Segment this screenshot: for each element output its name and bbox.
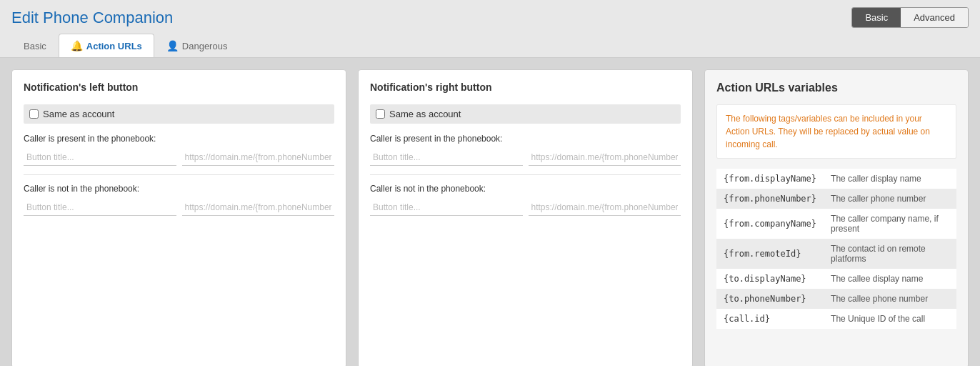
right-phonebook-absent-label: Caller is not in the phonebook: [370, 184, 681, 194]
page-title: Edit Phone Companion [11, 9, 173, 27]
variable-row: {to.phoneNumber} The callee phone number [716, 289, 956, 309]
right-same-as-account-checkbox[interactable] [376, 109, 385, 119]
variable-desc: The callee display name [824, 269, 956, 289]
variable-row: {from.remoteId} The contact id on remote… [716, 239, 956, 269]
variable-desc: The callee phone number [824, 289, 956, 309]
variable-desc: The Unique ID of the call [824, 309, 956, 329]
variable-row: {call.id} The Unique ID of the call [716, 309, 956, 329]
tab-dangerous[interactable]: 👤 Dangerous [154, 34, 240, 57]
variables-table: {from.displayName} The caller display na… [716, 169, 956, 329]
bell-icon: 🔔 [71, 40, 83, 51]
variable-key: {from.phoneNumber} [716, 189, 824, 209]
right-present-button-title[interactable] [370, 149, 523, 166]
variable-row: {from.companyName} The caller company na… [716, 209, 956, 239]
left-phonebook-absent-label: Caller is not in the phonebook: [24, 184, 334, 194]
variable-desc: The caller display name [824, 169, 956, 189]
left-present-button-title[interactable] [24, 149, 176, 166]
variable-key: {to.phoneNumber} [716, 289, 824, 309]
left-same-as-account-checkbox[interactable] [29, 109, 39, 119]
tab-action-urls[interactable]: 🔔 Action URLs [59, 34, 154, 57]
right-present-inputs [370, 149, 681, 166]
tab-dangerous-label: Dangerous [182, 41, 228, 51]
variable-row: {from.displayName} The caller display na… [716, 169, 956, 189]
notification-panels: Notification's left button Same as accou… [11, 69, 693, 366]
left-absent-inputs [24, 199, 334, 216]
right-absent-url[interactable] [529, 199, 681, 216]
variable-key: {to.displayName} [716, 269, 824, 289]
dangerous-icon: 👤 [166, 40, 179, 51]
tab-bar: Basic 🔔 Action URLs 👤 Dangerous [11, 34, 969, 57]
variable-row: {from.phoneNumber} The caller phone numb… [716, 189, 956, 209]
variable-key: {from.remoteId} [716, 239, 824, 269]
right-panel-title: Notification's right button [370, 81, 681, 93]
right-same-as-account-row: Same as account [370, 104, 681, 124]
tab-action-urls-label: Action URLs [86, 41, 142, 51]
tab-basic[interactable]: Basic [11, 34, 59, 57]
header: Edit Phone Companion Basic Advanced Basi… [0, 0, 980, 58]
left-same-as-account-row: Same as account [24, 104, 334, 124]
right-divider [370, 174, 681, 175]
variable-desc: The contact id on remote platforms [824, 239, 956, 269]
variables-info: The following tags/variables can be incl… [716, 104, 956, 159]
header-top: Edit Phone Companion Basic Advanced [11, 7, 969, 28]
left-divider [24, 174, 334, 175]
main-content: Notification's left button Same as accou… [0, 58, 980, 366]
variable-key: {from.companyName} [716, 209, 824, 239]
right-phonebook-present-label: Caller is present in the phonebook: [370, 134, 681, 144]
left-absent-url[interactable] [182, 199, 335, 216]
mode-toggle: Basic Advanced [851, 7, 969, 28]
variable-key: {from.displayName} [716, 169, 824, 189]
left-absent-button-title[interactable] [24, 199, 176, 216]
variables-panel: Action URLs variables The following tags… [704, 69, 969, 366]
left-button-panel: Notification's left button Same as accou… [11, 69, 346, 366]
left-phonebook-present-label: Caller is present in the phonebook: [24, 134, 334, 144]
right-absent-button-title[interactable] [370, 199, 523, 216]
variable-row: {to.displayName} The callee display name [716, 269, 956, 289]
left-present-inputs [24, 149, 334, 166]
left-panel-title: Notification's left button [24, 81, 334, 93]
variable-key: {call.id} [716, 309, 824, 329]
right-button-panel: Notification's right button Same as acco… [358, 69, 693, 366]
variable-desc: The caller phone number [824, 189, 956, 209]
tab-basic-label: Basic [24, 41, 46, 51]
variables-title: Action URLs variables [716, 81, 956, 94]
right-same-as-account-label: Same as account [389, 109, 461, 119]
right-absent-inputs [370, 199, 681, 216]
right-present-url[interactable] [529, 149, 681, 166]
variable-desc: The caller company name, if present [824, 209, 956, 239]
left-same-as-account-label: Same as account [43, 109, 114, 119]
basic-mode-button[interactable]: Basic [852, 8, 901, 27]
advanced-mode-button[interactable]: Advanced [901, 8, 968, 27]
left-present-url[interactable] [182, 149, 335, 166]
